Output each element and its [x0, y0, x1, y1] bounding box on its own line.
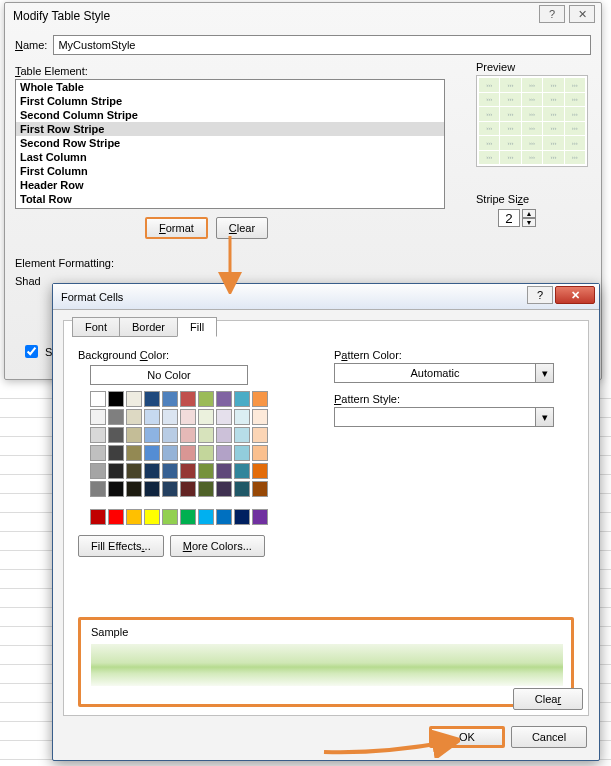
tab-font[interactable]: Font: [72, 317, 120, 337]
color-swatch[interactable]: [216, 391, 232, 407]
color-swatch[interactable]: [252, 391, 268, 407]
color-swatch[interactable]: [144, 409, 160, 425]
color-swatch[interactable]: [216, 427, 232, 443]
color-swatch[interactable]: [90, 445, 106, 461]
color-swatch[interactable]: [252, 481, 268, 497]
color-swatch[interactable]: [162, 463, 178, 479]
chevron-down-icon[interactable]: ▾: [536, 363, 554, 383]
clear-element-button[interactable]: Clear: [216, 217, 268, 239]
table-element-list[interactable]: Whole TableFirst Column StripeSecond Col…: [15, 79, 445, 209]
color-swatch[interactable]: [90, 509, 106, 525]
color-swatch[interactable]: [144, 391, 160, 407]
color-swatch[interactable]: [144, 509, 160, 525]
color-swatch[interactable]: [108, 509, 124, 525]
color-swatch[interactable]: [144, 445, 160, 461]
pattern-style-combo[interactable]: [334, 407, 536, 427]
ok-button[interactable]: OK: [429, 726, 505, 748]
color-swatch[interactable]: [198, 445, 214, 461]
color-swatch[interactable]: [198, 391, 214, 407]
color-swatch[interactable]: [180, 391, 196, 407]
color-swatch[interactable]: [162, 509, 178, 525]
color-swatch[interactable]: [126, 391, 142, 407]
fill-effects-button[interactable]: Fill Effects...: [78, 535, 164, 557]
color-swatch[interactable]: [90, 409, 106, 425]
color-swatch[interactable]: [180, 481, 196, 497]
no-color-button[interactable]: No Color: [90, 365, 248, 385]
color-swatch[interactable]: [162, 409, 178, 425]
tab-border[interactable]: Border: [119, 317, 178, 337]
color-swatch[interactable]: [162, 445, 178, 461]
color-swatch[interactable]: [180, 445, 196, 461]
close-icon[interactable]: ✕: [569, 5, 595, 23]
table-element-item[interactable]: Header Row: [16, 178, 444, 192]
cancel-button[interactable]: Cancel: [511, 726, 587, 748]
table-element-item[interactable]: First Column: [16, 164, 444, 178]
color-swatch[interactable]: [180, 509, 196, 525]
color-swatch[interactable]: [252, 427, 268, 443]
color-swatch[interactable]: [144, 427, 160, 443]
table-element-item[interactable]: Last Column: [16, 150, 444, 164]
color-swatch[interactable]: [126, 509, 142, 525]
color-swatch[interactable]: [252, 409, 268, 425]
color-swatch[interactable]: [234, 509, 250, 525]
color-swatch[interactable]: [198, 509, 214, 525]
color-swatch[interactable]: [252, 445, 268, 461]
color-swatch[interactable]: [234, 391, 250, 407]
color-swatch[interactable]: [252, 509, 268, 525]
color-swatch[interactable]: [216, 463, 232, 479]
stripe-up-icon[interactable]: ▲: [522, 209, 536, 218]
color-swatch[interactable]: [198, 409, 214, 425]
clear-button[interactable]: Clear: [513, 688, 583, 710]
table-element-item[interactable]: Whole Table: [16, 80, 444, 94]
color-swatch[interactable]: [144, 463, 160, 479]
color-swatch[interactable]: [216, 509, 232, 525]
color-swatch[interactable]: [234, 481, 250, 497]
tab-fill[interactable]: Fill: [177, 317, 217, 337]
color-swatch[interactable]: [108, 463, 124, 479]
color-swatch[interactable]: [162, 391, 178, 407]
color-swatch[interactable]: [198, 427, 214, 443]
help-icon[interactable]: ?: [539, 5, 565, 23]
table-element-item[interactable]: Total Row: [16, 192, 444, 206]
table-element-item[interactable]: First Row Stripe: [16, 122, 444, 136]
color-swatch[interactable]: [162, 427, 178, 443]
color-swatch[interactable]: [234, 463, 250, 479]
color-swatch[interactable]: [198, 481, 214, 497]
more-colors-button[interactable]: More Colors...: [170, 535, 265, 557]
color-swatch[interactable]: [234, 409, 250, 425]
color-swatch[interactable]: [198, 463, 214, 479]
color-swatch[interactable]: [162, 481, 178, 497]
color-swatch[interactable]: [180, 409, 196, 425]
name-input[interactable]: [53, 35, 591, 55]
color-swatch[interactable]: [90, 391, 106, 407]
color-swatch[interactable]: [216, 409, 232, 425]
color-swatch[interactable]: [234, 445, 250, 461]
color-swatch[interactable]: [252, 463, 268, 479]
color-swatch[interactable]: [90, 463, 106, 479]
format-button[interactable]: Format: [145, 217, 208, 239]
color-swatch[interactable]: [234, 427, 250, 443]
color-swatch[interactable]: [126, 481, 142, 497]
color-swatch[interactable]: [108, 445, 124, 461]
color-swatch[interactable]: [108, 409, 124, 425]
close-icon[interactable]: ✕: [555, 286, 595, 304]
table-element-item[interactable]: Second Row Stripe: [16, 136, 444, 150]
color-swatch[interactable]: [144, 481, 160, 497]
set-default-checkbox[interactable]: [25, 345, 38, 358]
color-swatch[interactable]: [126, 427, 142, 443]
stripe-size-input[interactable]: [498, 209, 520, 227]
color-swatch[interactable]: [126, 463, 142, 479]
pattern-color-combo[interactable]: Automatic: [334, 363, 536, 383]
color-swatch[interactable]: [216, 481, 232, 497]
stripe-down-icon[interactable]: ▼: [522, 218, 536, 227]
color-swatch[interactable]: [126, 409, 142, 425]
table-element-item[interactable]: Second Column Stripe: [16, 108, 444, 122]
help-icon[interactable]: ?: [527, 286, 553, 304]
color-swatch[interactable]: [108, 481, 124, 497]
color-swatch[interactable]: [180, 463, 196, 479]
color-swatch[interactable]: [216, 445, 232, 461]
color-swatch[interactable]: [90, 481, 106, 497]
color-swatch[interactable]: [90, 427, 106, 443]
table-element-item[interactable]: First Column Stripe: [16, 94, 444, 108]
color-swatch[interactable]: [108, 391, 124, 407]
